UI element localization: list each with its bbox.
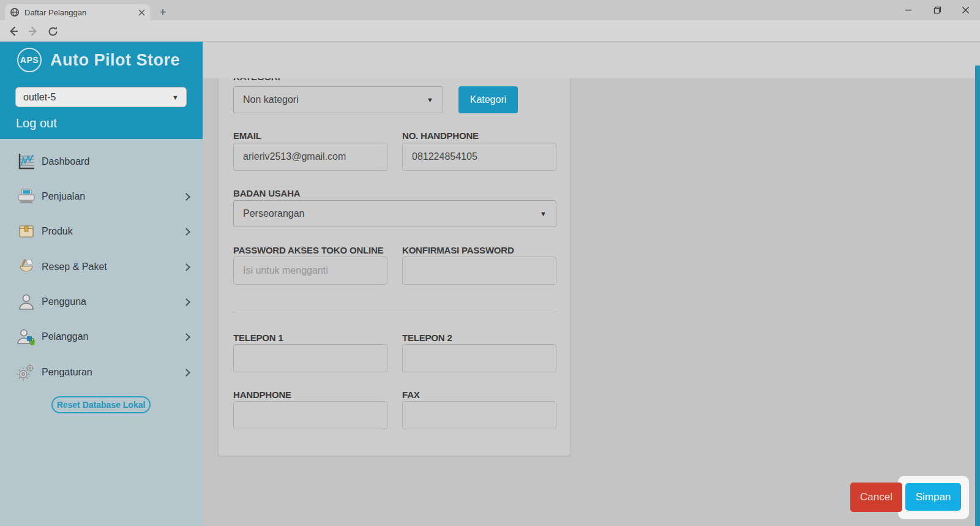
fax-field[interactable] (402, 401, 556, 429)
sidebar-item-label: Dashboard (42, 156, 89, 167)
chevron-right-icon (182, 369, 190, 377)
badan-usaha-label: BADAN USAHA (233, 188, 300, 198)
chevron-down-icon: ▼ (427, 96, 433, 103)
logout-link[interactable]: Log out (16, 116, 57, 130)
konfirmasi-password-label: KONFIRMASI PASSWORD (402, 245, 514, 255)
window-minimize-button[interactable] (894, 0, 922, 20)
forward-icon[interactable] (26, 24, 40, 39)
sidebar-item-penjualan[interactable]: Penjualan (0, 183, 203, 210)
section-divider (233, 312, 556, 312)
sidebar-item-resep-paket[interactable]: Resep & Paket (0, 254, 203, 280)
sidebar-item-pengaturan[interactable]: Pengaturan (0, 359, 203, 386)
tab-favicon-globe-icon (10, 7, 20, 17)
cancel-button[interactable]: Cancel (850, 483, 902, 512)
browser-toolbar: member.autopilotstore.co.id/daftar_pelan… (0, 20, 980, 42)
window-restore-button[interactable] (923, 0, 951, 20)
chevron-right-icon (182, 298, 190, 306)
sidebar-menu: Dashboard Penjualan Produk (0, 139, 203, 526)
sidebar-item-pengguna[interactable]: Pengguna (0, 288, 203, 315)
cash-register-icon (16, 187, 37, 206)
product-box-icon (16, 222, 37, 241)
reload-icon[interactable] (45, 24, 60, 39)
sidebar-item-produk[interactable]: Produk (0, 218, 203, 245)
sidebar: APS Auto Pilot Store outlet-5 ▼ Log out … (0, 42, 203, 526)
logo-text: APS (20, 55, 39, 65)
telepon2-field[interactable] (402, 344, 556, 372)
mortar-pestle-icon (16, 257, 37, 277)
dashboard-chart-icon (16, 152, 37, 171)
chevron-right-icon (182, 228, 190, 236)
aps-logo: APS (17, 48, 42, 72)
window-close-button[interactable] (951, 0, 979, 20)
chevron-right-icon (182, 263, 190, 271)
kategori-select[interactable]: Non kategori ▼ (233, 86, 443, 113)
browser-window: Daftar Pelanggan + m (0, 0, 980, 526)
brand-row: APS Auto Pilot Store (17, 48, 180, 72)
fax-label: FAX (402, 389, 420, 400)
reset-database-button[interactable]: Reset Database Lokal (51, 396, 151, 413)
back-icon[interactable] (6, 24, 21, 39)
sidebar-item-pelanggan[interactable]: Pelanggan (0, 323, 203, 350)
password-label: PASSWORD AKSES TOKO ONLINE (233, 245, 383, 255)
handphone-label: HANDPHONE (233, 389, 291, 400)
outlet-select[interactable]: outlet-5 ▼ (15, 87, 187, 107)
page-content: APS Auto Pilot Store outlet-5 ▼ Log out … (0, 42, 980, 526)
brand-title: Auto Pilot Store (50, 51, 180, 70)
password-field[interactable] (233, 257, 387, 285)
sidebar-item-label: Pelanggan (42, 331, 89, 342)
badan-usaha-select[interactable]: Perseorangan ▼ (233, 200, 556, 227)
sidebar-item-label: Pengguna (42, 296, 86, 307)
outlet-selected-value: outlet-5 (23, 92, 56, 103)
email-label: EMAIL (233, 130, 261, 141)
kategori-selected-value: Non kategori (243, 94, 299, 105)
konfirmasi-password-field[interactable] (402, 257, 556, 285)
page-scrollbar[interactable] (975, 66, 980, 526)
sidebar-item-label: Pengaturan (42, 367, 92, 378)
no-handphone-label: NO. HANDPHONE (402, 130, 479, 141)
no-handphone-field[interactable] (402, 143, 556, 171)
save-button[interactable]: Simpan (905, 483, 961, 511)
chevron-down-icon: ▼ (172, 94, 179, 101)
email-field[interactable] (233, 143, 387, 171)
tab-close-icon[interactable] (138, 9, 145, 16)
chevron-right-icon (182, 193, 190, 201)
main-content: KATEGORI Non kategori ▼ Kategori EMAIL N… (203, 42, 980, 526)
telepon2-label: TELEPON 2 (402, 333, 452, 343)
new-tab-button[interactable]: + (156, 6, 170, 19)
chevron-right-icon (182, 333, 190, 341)
sidebar-item-label: Produk (42, 226, 73, 237)
page-header-band (203, 42, 980, 78)
user-icon (16, 292, 37, 312)
handphone-field[interactable] (233, 401, 387, 429)
titlebar: Daftar Pelanggan + (0, 0, 980, 20)
kategori-button[interactable]: Kategori (458, 86, 518, 113)
tab-title: Daftar Pelanggan (24, 8, 138, 17)
customer-bag-icon (16, 327, 37, 347)
sidebar-item-label: Resep & Paket (42, 261, 107, 272)
chevron-down-icon: ▼ (540, 210, 547, 217)
sidebar-item-label: Penjualan (42, 191, 85, 202)
sidebar-item-dashboard[interactable]: Dashboard (0, 148, 203, 175)
gears-icon (16, 363, 37, 382)
sidebar-header: APS Auto Pilot Store outlet-5 ▼ Log out (0, 42, 203, 139)
telepon1-label: TELEPON 1 (233, 333, 283, 343)
badan-usaha-selected-value: Perseorangan (243, 208, 305, 219)
telepon1-field[interactable] (233, 344, 387, 372)
customer-form-card: KATEGORI Non kategori ▼ Kategori EMAIL N… (218, 66, 570, 456)
browser-tab[interactable]: Daftar Pelanggan (5, 4, 150, 20)
